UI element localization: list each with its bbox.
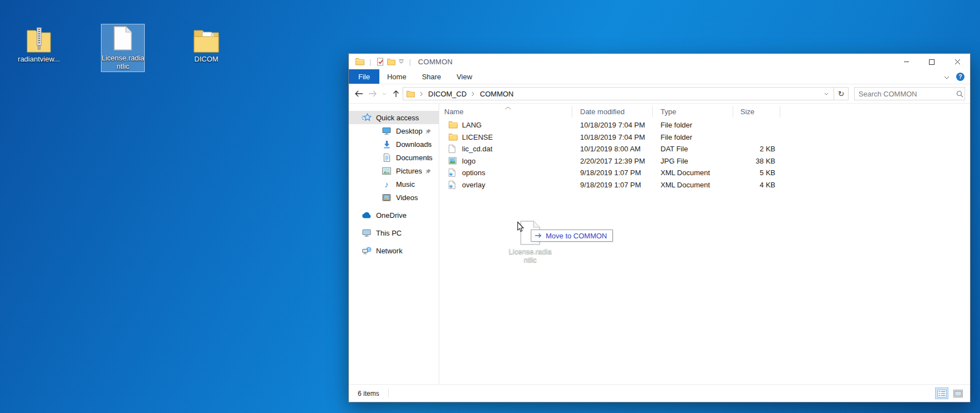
drag-tooltip-label: Move to COMMON bbox=[546, 232, 607, 240]
file-list: Name Date modified Type Size LANG 10/18/… bbox=[439, 103, 970, 384]
search-input[interactable] bbox=[859, 90, 956, 98]
xml-file-icon bbox=[449, 169, 455, 179]
column-divider[interactable] bbox=[572, 106, 572, 117]
details-view-button[interactable] bbox=[935, 387, 948, 399]
window-title: COMMON bbox=[418, 58, 453, 66]
mouse-cursor bbox=[517, 221, 525, 235]
file-size: 2 KB bbox=[700, 145, 775, 153]
close-button[interactable] bbox=[945, 54, 970, 70]
sidebar-item-label: Network bbox=[376, 247, 403, 255]
search-icon[interactable] bbox=[956, 90, 963, 98]
file-type: File folder bbox=[661, 133, 692, 141]
xml-file-icon bbox=[449, 181, 455, 191]
navigation-bar: DICOM_CD COMMON ↻ bbox=[349, 84, 970, 104]
tab-share[interactable]: Share bbox=[414, 69, 449, 84]
file-row-license[interactable]: LICENSE 10/18/2019 7:04 PM File folder bbox=[439, 131, 970, 144]
minimize-button[interactable] bbox=[893, 54, 919, 70]
address-bar[interactable]: DICOM_CD COMMON bbox=[403, 87, 834, 100]
file-row-lic-cd-dat[interactable]: lic_cd.dat 10/1/2019 8:00 AM DAT File 2 … bbox=[439, 143, 970, 155]
forward-button[interactable] bbox=[365, 87, 379, 100]
sidebar-item-downloads[interactable]: Downloads bbox=[349, 137, 439, 151]
tab-file[interactable]: File bbox=[349, 69, 379, 84]
file-date: 10/18/2019 7:04 PM bbox=[580, 121, 645, 129]
file-row-lang[interactable]: LANG 10/18/2019 7:04 PM File folder bbox=[439, 119, 970, 131]
file-row-options[interactable]: options 9/18/2019 1:07 PM XML Document 5… bbox=[439, 167, 970, 179]
desktop-icon-label: radiantview... bbox=[12, 55, 65, 63]
back-button[interactable] bbox=[352, 87, 365, 100]
picture-icon bbox=[381, 167, 392, 175]
file-row-overlay[interactable]: overlay 9/18/2019 1:07 PM XML Document 4… bbox=[439, 179, 970, 191]
up-button[interactable] bbox=[389, 87, 403, 100]
sidebar-item-this-pc[interactable]: This PC bbox=[349, 226, 439, 239]
help-icon[interactable]: ? bbox=[956, 73, 964, 81]
new-folder-button[interactable] bbox=[387, 58, 395, 65]
sort-ascending-icon bbox=[505, 103, 511, 111]
file-name: overlay bbox=[462, 181, 485, 189]
recent-locations-icon[interactable] bbox=[379, 87, 389, 100]
desktop-icon-label: DICOM bbox=[180, 55, 233, 63]
file-date: 10/18/2019 7:04 PM bbox=[580, 133, 645, 141]
desktop-icon-license-file[interactable]: License.radia ntlic bbox=[101, 24, 145, 72]
breadcrumb-chevron-icon[interactable] bbox=[420, 91, 423, 96]
sidebar-item-label: Desktop bbox=[396, 127, 423, 135]
ribbon-tabs: File Home Share View ? bbox=[349, 69, 970, 84]
status-bar: 6 items bbox=[349, 384, 970, 402]
blank-file-icon bbox=[449, 145, 455, 155]
thumbnails-view-button[interactable] bbox=[951, 387, 964, 399]
music-note-icon: ♪ bbox=[381, 180, 392, 188]
file-size: 4 KB bbox=[700, 181, 775, 189]
column-header-size[interactable]: Size bbox=[740, 108, 754, 116]
column-header-type[interactable]: Type bbox=[661, 108, 676, 116]
desktop-icon-radiantviewer[interactable]: radiantview... bbox=[12, 24, 65, 63]
file-name: LICENSE bbox=[462, 133, 493, 141]
desktop-icon-dicom[interactable]: DICOM bbox=[180, 24, 233, 63]
onedrive-cloud-icon bbox=[361, 212, 372, 218]
sidebar-item-label: Pictures bbox=[396, 167, 422, 175]
file-name: logo bbox=[462, 157, 476, 165]
breadcrumb-dicom-cd[interactable]: DICOM_CD bbox=[428, 90, 466, 98]
file-name: options bbox=[462, 169, 485, 177]
sidebar-item-quick-access[interactable]: Quick access bbox=[349, 111, 439, 124]
breadcrumb-common[interactable]: COMMON bbox=[480, 90, 514, 98]
search-box[interactable] bbox=[854, 87, 965, 100]
desktop-icon-label-line1: License.radia bbox=[101, 54, 144, 62]
tab-home[interactable]: Home bbox=[379, 69, 414, 84]
sidebar-item-documents[interactable]: Documents bbox=[349, 151, 439, 164]
file-row-logo[interactable]: logo 2/20/2017 12:39 PM JPG File 38 KB bbox=[439, 155, 970, 167]
column-header-name[interactable]: Name bbox=[444, 108, 464, 116]
expand-ribbon-icon[interactable] bbox=[944, 73, 949, 81]
column-header-date-modified[interactable]: Date modified bbox=[580, 108, 624, 116]
window-controls bbox=[893, 54, 970, 70]
computer-monitor-icon bbox=[361, 228, 372, 237]
sidebar-item-onedrive[interactable]: OneDrive bbox=[349, 208, 439, 222]
explorer-app-icon bbox=[356, 58, 364, 65]
file-size: 5 KB bbox=[700, 169, 775, 177]
sidebar-item-desktop[interactable]: Desktop bbox=[349, 124, 439, 137]
address-dropdown-icon[interactable] bbox=[821, 93, 832, 95]
sidebar-item-videos[interactable]: Videos bbox=[349, 191, 439, 204]
customize-qat-button[interactable] bbox=[399, 59, 404, 64]
pin-icon bbox=[425, 155, 431, 163]
move-arrow-icon bbox=[535, 233, 542, 238]
maximize-button[interactable] bbox=[919, 54, 945, 70]
sidebar-item-pictures[interactable]: Pictures bbox=[349, 164, 439, 177]
sidebar-item-network[interactable]: Network bbox=[349, 244, 439, 257]
column-divider[interactable] bbox=[780, 106, 780, 117]
navigation-pane: Quick access Desktop Downloads bbox=[349, 103, 439, 384]
folder-with-document-icon bbox=[180, 24, 233, 53]
file-name: LANG bbox=[462, 121, 481, 129]
file-type: File folder bbox=[661, 121, 692, 129]
breadcrumb-chevron-icon[interactable] bbox=[471, 91, 475, 96]
sidebar-item-music[interactable]: ♪ Music bbox=[349, 177, 439, 191]
column-divider[interactable] bbox=[652, 106, 653, 117]
tab-view[interactable]: View bbox=[449, 69, 480, 84]
properties-button[interactable] bbox=[376, 58, 384, 66]
file-date: 10/1/2019 8:00 AM bbox=[580, 145, 641, 153]
title-bar[interactable]: | | COMMON bbox=[349, 54, 970, 69]
blank-file-icon bbox=[101, 24, 144, 52]
explorer-window: | | COMMON bbox=[348, 53, 971, 402]
sidebar-item-label: OneDrive bbox=[376, 211, 407, 220]
refresh-button[interactable]: ↻ bbox=[834, 87, 849, 100]
column-divider[interactable] bbox=[733, 106, 733, 117]
content-area: Quick access Desktop Downloads bbox=[349, 103, 970, 384]
